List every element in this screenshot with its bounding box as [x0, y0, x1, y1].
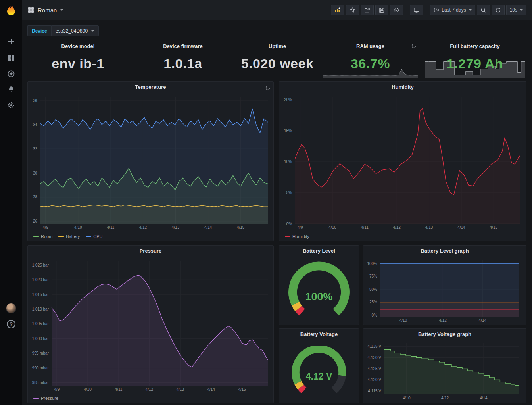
svg-text:1.025 bar: 1.025 bar: [32, 263, 49, 267]
magnifier-zoom-out-icon: [480, 7, 486, 13]
stat-title[interactable]: Uptime: [237, 43, 317, 49]
svg-text:4/10: 4/10: [84, 387, 92, 392]
svg-text:4/10: 4/10: [399, 318, 407, 322]
navbar: Roman: [22, 0, 532, 20]
panel-title[interactable]: Battery Voltage: [279, 329, 359, 340]
panel-pressure: Pressure 1.025 bar1.020 bar1.015 bar1.01…: [27, 245, 274, 403]
pressure-chart[interactable]: 1.025 bar1.020 bar1.015 bar1.010 bar1.00…: [29, 257, 272, 392]
sidebar-item-explore[interactable]: [0, 66, 22, 81]
chevron-down-icon: [60, 9, 63, 11]
share-dashboard-button[interactable]: [361, 5, 374, 15]
panel-title[interactable]: Battery Level graph: [363, 246, 526, 257]
svg-text:28: 28: [33, 195, 38, 199]
legend-item-room[interactable]: Room: [33, 234, 52, 239]
stat-title[interactable]: Device model: [27, 43, 129, 49]
stat-device-model: Device model env ib-1: [27, 40, 129, 79]
legend-label: Room: [41, 234, 52, 239]
gauge-wrap: 100%: [279, 257, 359, 323]
plus-icon: [8, 38, 15, 45]
panel-title[interactable]: Battery Voltage graph: [363, 329, 526, 340]
sidebar-item-alerting[interactable]: [0, 82, 22, 97]
sidebar-item-create[interactable]: [0, 34, 22, 49]
stat-title[interactable]: Full battery capacity: [423, 43, 526, 49]
dashboard-title: Roman: [38, 7, 57, 13]
stat-value: 1.279 Ah: [423, 56, 526, 71]
svg-text:4/9: 4/9: [43, 225, 48, 230]
dashboards-grid-icon: [8, 54, 15, 61]
svg-text:4/14: 4/14: [479, 318, 487, 322]
chevron-down-icon: [520, 9, 523, 11]
time-range-button[interactable]: Last 7 days: [430, 5, 475, 15]
temperature-chart[interactable]: 2628303234364/94/104/114/124/134/144/15: [29, 94, 272, 230]
svg-text:995 mbar: 995 mbar: [32, 351, 49, 355]
svg-text:4/10: 4/10: [74, 225, 82, 230]
svg-text:4/9: 4/9: [54, 387, 60, 392]
user-avatar[interactable]: [0, 301, 22, 316]
panel-title[interactable]: Pressure: [28, 246, 273, 257]
sidebar-item-dashboards[interactable]: [0, 50, 22, 65]
panel-battery-level: Battery Level 100%: [279, 245, 359, 325]
refresh-button[interactable]: [492, 5, 505, 15]
variable-label: Device: [27, 25, 51, 36]
panel-title[interactable]: Temperature: [28, 82, 273, 93]
star-icon: [350, 7, 355, 13]
svg-text:4.130 V: 4.130 V: [368, 355, 382, 360]
device-variable-dropdown[interactable]: esp32_04D890: [51, 25, 99, 36]
sidebar-item-configuration[interactable]: [0, 98, 22, 113]
battery-level-chart[interactable]: 0%25%50%75%100%4/104/124/14: [365, 257, 523, 323]
battery-voltage-gauge[interactable]: 4.12 V: [289, 346, 349, 396]
svg-text:4/12: 4/12: [393, 225, 401, 230]
legend-item-cpu[interactable]: CPU: [86, 234, 102, 239]
legend-item-pressure[interactable]: Pressure: [33, 396, 58, 401]
dashboard-settings-button[interactable]: [390, 5, 403, 15]
tv-mode-button[interactable]: [410, 5, 423, 15]
svg-text:5%: 5%: [286, 190, 292, 195]
svg-text:4.125 V: 4.125 V: [368, 367, 382, 371]
navbar-actions: Last 7 days 10s: [331, 5, 526, 15]
sidebar-item-help[interactable]: ?: [0, 317, 22, 332]
sidebar: ?: [0, 0, 22, 405]
svg-text:4/12: 4/12: [146, 387, 154, 392]
template-variable-picker: Device esp32_04D890: [27, 25, 99, 36]
dashboard-body: Device esp32_04D890 Device model env ib-…: [22, 20, 532, 405]
share-icon: [364, 7, 370, 13]
star-dashboard-button[interactable]: [346, 5, 359, 15]
refresh-interval-button[interactable]: 10s: [506, 5, 526, 15]
save-icon: [379, 7, 385, 13]
legend-item-humidity[interactable]: Humidity: [285, 234, 309, 239]
panel-title[interactable]: Battery Level: [279, 246, 359, 257]
svg-text:15%: 15%: [284, 129, 292, 133]
battery-voltage-chart[interactable]: 4.135 V4.130 V4.125 V4.120 V4.115 V4/104…: [365, 340, 523, 401]
svg-text:4/13: 4/13: [425, 225, 433, 230]
battery-level-gauge[interactable]: 100%: [286, 261, 351, 320]
grafana-logo[interactable]: [0, 2, 22, 19]
svg-text:4/15: 4/15: [238, 387, 246, 392]
humidity-chart[interactable]: 0%5%10%15%20%4/94/104/114/124/134/144/15: [281, 94, 524, 230]
svg-text:100%: 100%: [367, 261, 377, 266]
time-range-label: Last 7 days: [442, 7, 466, 13]
chevron-down-icon: [469, 9, 472, 11]
stat-title[interactable]: RAM usage: [321, 43, 419, 49]
series-swatch: [33, 236, 39, 237]
dashboard-picker[interactable]: Roman: [28, 7, 63, 13]
grafana-flame-icon: [5, 4, 17, 16]
grafana-dashboard: ? Roman: [0, 0, 532, 405]
svg-text:4/15: 4/15: [237, 225, 245, 230]
explore-compass-icon: [7, 70, 15, 78]
legend-label: Pressure: [41, 396, 58, 401]
bell-icon: [7, 85, 15, 93]
dashboard-grid-icon: [28, 7, 34, 13]
zoom-out-time-button[interactable]: [477, 5, 490, 15]
legend-item-battery[interactable]: Battery: [58, 234, 80, 239]
svg-text:10%: 10%: [284, 159, 292, 164]
panel-title[interactable]: Humidity: [279, 82, 526, 93]
add-panel-button[interactable]: [331, 5, 344, 15]
svg-text:1.015 bar: 1.015 bar: [32, 292, 49, 297]
refresh-interval-label: 10s: [510, 7, 517, 13]
stat-title[interactable]: Device firmware: [133, 43, 233, 49]
gear-icon: [7, 101, 15, 109]
chevron-down-icon: [91, 30, 94, 32]
stat-value: 5.020 week: [237, 56, 317, 71]
gauge-wrap: 4.12 V: [279, 341, 359, 401]
save-dashboard-button[interactable]: [375, 5, 388, 15]
